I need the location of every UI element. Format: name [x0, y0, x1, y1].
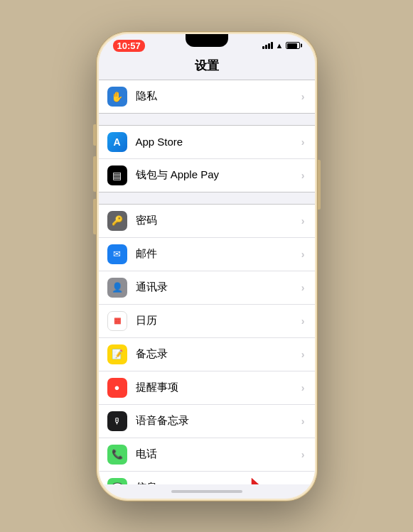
power-button[interactable]: [318, 160, 321, 210]
phone-frame: 10:57 ▲ 设置: [97, 32, 317, 501]
messages-chevron: ›: [301, 482, 305, 484]
settings-list[interactable]: ✋ 隐私 › A App Store ›: [99, 80, 315, 484]
messages-icon: 💬: [107, 478, 127, 484]
reminders-label: 提醒事项: [136, 381, 301, 394]
notes-chevron: ›: [301, 349, 305, 360]
status-time: 10:57: [113, 40, 145, 52]
section-store: A App Store › ▤ 钱包与 Apple Pay ›: [99, 125, 315, 192]
notes-label: 备忘录: [136, 347, 301, 361]
wallet-icon: ▤: [107, 165, 127, 185]
screen-content: 10:57 ▲ 设置: [99, 34, 315, 499]
notch: [186, 34, 228, 47]
settings-row-wallet[interactable]: ▤ 钱包与 Apple Pay ›: [99, 159, 315, 192]
signal-icon: [262, 42, 273, 49]
appstore-icon: A: [107, 132, 127, 152]
section-apps: 🔑 密码 › ✉ 邮件 › 👤: [99, 204, 315, 484]
mail-chevron: ›: [301, 249, 305, 260]
voicememo-chevron: ›: [301, 416, 305, 427]
contacts-chevron: ›: [301, 282, 305, 293]
reminders-chevron: ›: [301, 382, 305, 393]
wallet-chevron: ›: [301, 170, 305, 181]
appstore-label: App Store: [136, 136, 301, 148]
mail-label: 邮件: [136, 247, 301, 261]
notes-icon: 📝: [107, 344, 127, 364]
settings-row-passwords[interactable]: 🔑 密码 ›: [99, 205, 315, 238]
wallet-label: 钱包与 Apple Pay: [136, 168, 301, 182]
calendar-icon: ▦: [107, 311, 127, 331]
contacts-label: 通讯录: [136, 281, 301, 294]
svg-marker-0: [251, 477, 264, 484]
settings-row-calendar[interactable]: ▦ 日历 ›: [99, 305, 315, 338]
contacts-icon: 👤: [107, 278, 127, 298]
settings-row-notes[interactable]: 📝 备忘录 ›: [99, 338, 315, 371]
passwords-icon: 🔑: [107, 211, 127, 231]
volume-down-button[interactable]: [93, 199, 96, 234]
mute-button[interactable]: [93, 124, 96, 146]
settings-row-reminders[interactable]: ● 提醒事项 ›: [99, 371, 315, 405]
privacy-icon: ✋: [107, 87, 127, 107]
settings-row-messages[interactable]: 💬 信息 ›: [99, 472, 315, 484]
passwords-chevron: ›: [301, 215, 305, 227]
settings-row-appstore[interactable]: A App Store ›: [99, 126, 315, 159]
page-title: 设置: [99, 55, 315, 80]
cursor-arrow: [247, 474, 272, 484]
volume-up-button[interactable]: [93, 156, 96, 192]
settings-row-mail[interactable]: ✉ 邮件 ›: [99, 238, 315, 271]
wifi-icon: ▲: [276, 41, 284, 50]
settings-row-contacts[interactable]: 👤 通讯录 ›: [99, 271, 315, 305]
calendar-label: 日历: [136, 314, 301, 327]
calendar-chevron: ›: [301, 315, 305, 327]
settings-row-privacy[interactable]: ✋ 隐私 ›: [99, 80, 315, 113]
voicememo-icon: 🎙: [107, 411, 127, 431]
appstore-chevron: ›: [301, 136, 305, 148]
passwords-label: 密码: [136, 214, 301, 227]
phone-screen: 10:57 ▲ 设置: [99, 34, 315, 499]
status-icons: ▲: [262, 41, 301, 50]
privacy-label: 隐私: [136, 89, 301, 103]
reminders-icon: ●: [107, 378, 127, 398]
section-privacy: ✋ 隐私 ›: [99, 80, 315, 114]
mail-icon: ✉: [107, 244, 127, 264]
battery-icon: [286, 42, 300, 49]
phone-chevron: ›: [301, 449, 305, 460]
settings-row-voicememo[interactable]: 🎙 语音备忘录 ›: [99, 405, 315, 438]
settings-row-phone[interactable]: 📞 电话 ›: [99, 438, 315, 472]
phone-label: 电话: [136, 447, 301, 461]
privacy-chevron: ›: [301, 91, 305, 102]
messages-label: 信息: [136, 481, 301, 484]
voicememo-label: 语音备忘录: [136, 414, 301, 428]
home-indicator: [171, 490, 242, 493]
phone-icon: 📞: [107, 445, 127, 465]
